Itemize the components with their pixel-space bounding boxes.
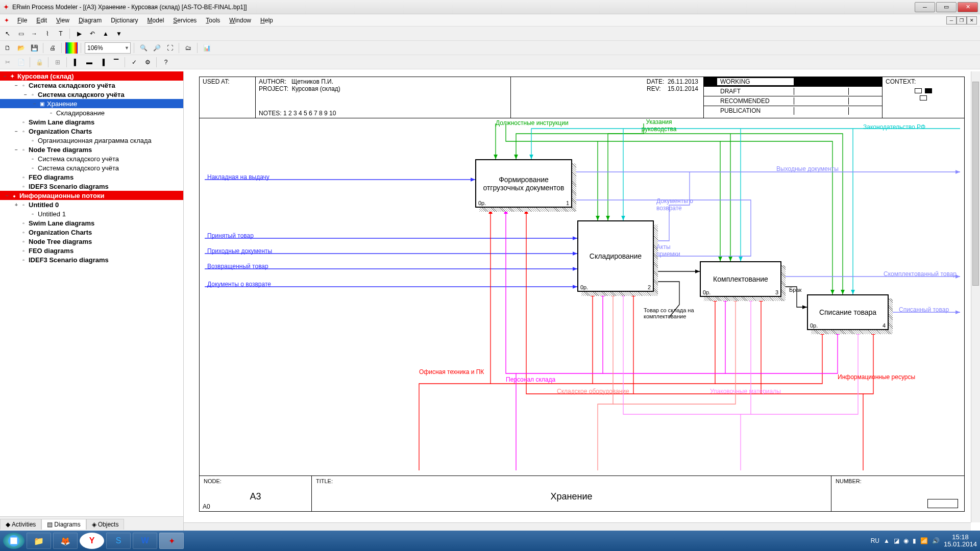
tab-objects[interactable]: ◈Objects [86,519,125,530]
tree-item[interactable]: ▫Organization Charts [0,228,183,237]
align-left-button[interactable]: ▌ [70,57,82,68]
menu-edit[interactable]: Edit [32,16,51,25]
activity-box-4[interactable]: Списание товара0р.4 [807,294,889,330]
tree-item[interactable]: ▫Swim Lane diagrams [0,218,183,228]
taskbar-skype-icon[interactable]: S [106,533,131,549]
print-button[interactable]: 🖨 [47,42,58,54]
zoom-in-button[interactable]: 🔍 [138,42,149,54]
undo-tool[interactable]: ↶ [87,28,98,39]
menu-view[interactable]: View [52,16,74,25]
tree-item[interactable]: ▫Складирование [0,108,183,117]
copy-button[interactable]: 📄 [15,57,27,68]
tree-item[interactable]: ▫Swim Lane diagrams [0,117,183,127]
pointer-tool[interactable]: ↖ [2,28,13,39]
close-button[interactable]: ✕ [958,2,978,12]
tab-activities[interactable]: ◆Activities [0,519,41,530]
tree-item[interactable]: −▫Organization Charts [0,127,183,136]
zoom-out-button[interactable]: 🔎 [151,42,162,54]
activity-box-2[interactable]: Складирование0р.2 [577,220,654,292]
arrow-label[interactable]: Документы о возврате [656,197,697,212]
start-button[interactable] [3,533,24,549]
taskbar-clock[interactable]: 15:18 15.01.2014 [944,534,977,548]
report-button[interactable]: 📊 [201,42,212,54]
menu-diagram[interactable]: Diagram [75,16,106,25]
tray-volume-icon[interactable]: 🔊 [932,537,940,544]
menu-window[interactable]: Window [225,16,255,25]
tree-item[interactable]: ▫IDEF3 Scenario diagrams [0,182,183,191]
arrow-label[interactable]: Должностные инструкции [496,119,569,127]
tree-item[interactable]: ▫Node Tree diagrams [0,237,183,246]
down-tool[interactable]: ▼ [113,28,125,39]
grid-button[interactable]: ⊞ [52,57,63,68]
arrow-label[interactable]: Возвращенный товар [207,263,268,270]
tray-icon[interactable]: ◉ [903,537,909,544]
mdi-restore-button[interactable]: ❐ [957,16,967,24]
menu-model[interactable]: Model [143,16,168,25]
options-button[interactable]: ⚙ [142,57,153,68]
maximize-button[interactable]: ▭ [936,2,957,12]
help-button[interactable]: ? [160,57,172,68]
arrow-label[interactable]: Скомплектованный товар [884,270,957,278]
arrow-label[interactable]: Акты приемки [656,243,687,258]
play-tool[interactable]: ▶ [74,28,85,39]
arrow-tool[interactable]: → [29,28,40,39]
taskbar-explorer-icon[interactable]: 📁 [27,533,51,549]
tab-diagrams[interactable]: ▤Diagrams [41,519,86,530]
tree-item[interactable]: ▫Untitled 1 [0,209,183,218]
diagram-canvas[interactable]: USED AT: AUTHOR: Щетников П.И. PROJECT: … [184,71,980,531]
lock-button[interactable]: 🔒 [34,57,45,68]
align-center-button[interactable]: ▬ [84,57,95,68]
text-tool[interactable]: T [55,28,66,39]
fit-button[interactable]: ⛶ [164,42,176,54]
diagram-body[interactable]: Формирование отгрузочных документов0р.1 … [200,118,964,475]
vertical-scrollbar[interactable] [971,71,980,522]
save-button[interactable]: 💾 [29,42,40,54]
arrow-label[interactable]: Упаковочные материалы [710,388,781,395]
align-top-button[interactable]: ▔ [110,57,121,68]
taskbar-erwin-icon[interactable]: ✦ [159,533,184,549]
tray-network-icon[interactable]: 📶 [920,537,928,544]
lang-indicator[interactable]: RU [871,537,879,544]
tree-item[interactable]: ▫IDEF3 Scenario diagrams [0,255,183,264]
minimize-button[interactable]: ─ [915,2,935,12]
menu-dictionary[interactable]: Dictionary [107,16,142,25]
tree-item[interactable]: −▫Система складского учёта [0,90,183,99]
cut-button[interactable]: ✂ [2,57,13,68]
arrow-label[interactable]: Брак [789,287,801,293]
arrow-label[interactable]: Документы о возврате [207,281,271,288]
tray-icon[interactable]: ◪ [894,537,899,544]
up-tool[interactable]: ▲ [100,28,111,39]
mdi-minimize-button[interactable]: ─ [946,16,957,24]
tree-item[interactable]: −▣Хранение [0,99,183,108]
arrow-label[interactable]: Списанный товар [899,306,949,313]
menu-tools[interactable]: Tools [202,16,224,25]
model-explorer-button[interactable]: 🗂 [183,42,194,54]
activity-tool[interactable]: ▭ [15,28,27,39]
arrow-label[interactable]: Принятый товар [207,232,254,239]
arrow-label[interactable]: Складское оборудование [557,388,629,395]
mdi-close-button[interactable]: ✕ [967,16,977,24]
align-right-button[interactable]: ▐ [97,57,108,68]
taskbar-word-icon[interactable]: W [133,533,157,549]
activity-box-3[interactable]: Комплектование0р.3 [700,261,781,297]
mdi-sysicon[interactable]: ✦ [3,17,10,24]
spellcheck-button[interactable]: ✓ [129,57,140,68]
tree-item[interactable]: ▫FEO diagrams [0,246,183,255]
menu-services[interactable]: Services [169,16,201,25]
activity-box-1[interactable]: Формирование отгрузочных документов0р.1 [475,159,572,208]
tree-item[interactable]: ▫Система складского учёта [0,154,183,163]
squiggle-tool[interactable]: ⌇ [42,28,53,39]
color-button[interactable] [65,42,78,54]
arrow-label[interactable]: Информационные ресурсы [838,373,915,381]
tree-item[interactable]: +▫Untitled 0 [0,200,183,209]
zoom-combo[interactable]: 106%▼ [85,42,131,54]
menu-file[interactable]: File [13,16,31,25]
arrow-label[interactable]: Товар со склада на комплектование [644,307,700,319]
arrow-label[interactable]: Выходные документы [776,165,839,172]
tree-item[interactable]: −▫Node Tree diagrams [0,145,183,154]
arrow-label[interactable]: Офисная техника и ПК [419,368,484,375]
tray-flag-icon[interactable]: ▲ [884,537,890,544]
arrow-label[interactable]: Законодательство РФ [863,123,925,131]
menu-help[interactable]: Help [256,16,277,25]
tree-item[interactable]: −⬥Информационные потоки [0,191,183,200]
